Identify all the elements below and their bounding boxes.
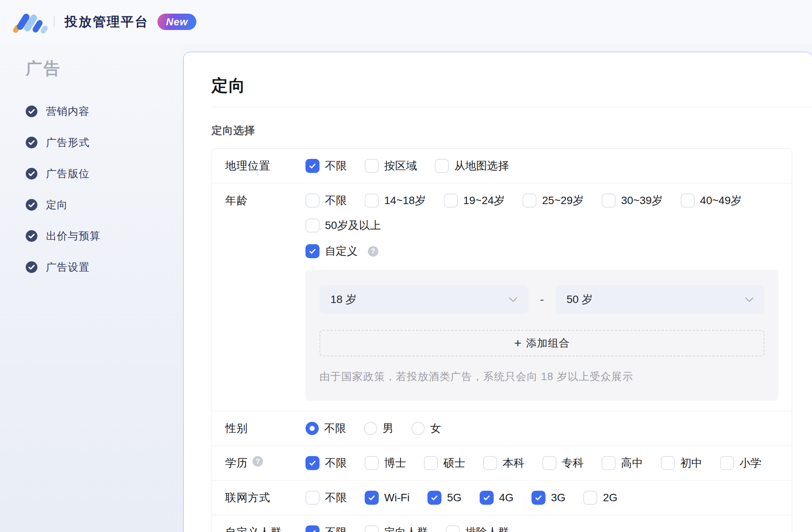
checkbox-control[interactable] [365, 194, 379, 208]
custom-audience-option-2[interactable]: 排除人群 [446, 525, 509, 532]
app-header: 投放管理平台 New [0, 0, 812, 44]
add-combination-button[interactable]: +添加组合 [320, 330, 764, 356]
sidebar-item-ad-settings[interactable]: 广告设置 [0, 252, 183, 283]
checkbox-control[interactable] [365, 491, 379, 505]
help-icon[interactable]: ? [368, 246, 378, 257]
sidebar-item-ad-placement[interactable]: 广告版位 [0, 158, 183, 189]
checkbox-control[interactable] [542, 456, 556, 470]
checkbox-control[interactable] [444, 194, 458, 208]
age-from-select[interactable]: 18 岁 [320, 285, 528, 314]
checkbox-control[interactable] [424, 456, 438, 470]
check-circle-glyph [26, 230, 37, 242]
education-option-5[interactable]: 高中 [602, 456, 643, 470]
range-separator: - [540, 293, 544, 306]
checkbox-control[interactable] [305, 218, 320, 233]
education-option-3[interactable]: 本科 [483, 456, 524, 470]
education-option-2[interactable]: 硕士 [424, 456, 465, 470]
network-option-4[interactable]: 3G [531, 491, 565, 505]
checkbox-control[interactable] [365, 456, 379, 470]
checkbox-control[interactable] [480, 491, 494, 505]
sidebar-item-targeting[interactable]: 定向 [0, 189, 183, 220]
age-option-5[interactable]: 40~49岁 [681, 194, 742, 208]
education-option-0[interactable]: 不限 [305, 456, 347, 470]
option-label: 定向人群 [384, 525, 428, 532]
checkbox-control[interactable] [305, 244, 320, 258]
checkbox-control[interactable] [483, 456, 497, 470]
checkbox-control[interactable] [661, 456, 675, 470]
row-label: 联网方式 [225, 491, 305, 505]
age-option-3[interactable]: 25~29岁 [523, 194, 584, 208]
option-label: 50岁及以上 [325, 218, 381, 233]
education-option-7[interactable]: 小学 [720, 456, 761, 470]
custom-audience-option-1[interactable]: 定向人群 [365, 525, 428, 532]
radio-control[interactable] [411, 422, 425, 435]
radio-control[interactable] [364, 422, 377, 435]
option-label: 自定义 [325, 244, 358, 258]
gender-option-1[interactable]: 男 [364, 421, 394, 435]
age-option-6[interactable]: 50岁及以上 [305, 218, 381, 233]
network-option-0[interactable]: 不限 [305, 491, 347, 505]
checkbox-control[interactable] [720, 456, 734, 470]
network-option-5[interactable]: 2G [583, 491, 617, 505]
radio-control[interactable] [305, 422, 319, 435]
option-label: 5G [447, 491, 461, 505]
network-option-1[interactable]: Wi-Fi [365, 491, 410, 505]
age-option-4[interactable]: 30~39岁 [602, 194, 663, 208]
checkbox-control[interactable] [305, 525, 320, 532]
age-option-2[interactable]: 19~24岁 [444, 194, 505, 208]
option-label: 男 [383, 421, 394, 435]
age-option-0[interactable]: 自定义? [305, 244, 378, 258]
new-badge: New [157, 14, 196, 30]
gender-option-2[interactable]: 女 [411, 421, 441, 435]
gender-option-0[interactable]: 不限 [305, 421, 346, 435]
checkbox-control[interactable] [365, 525, 379, 532]
checkbox-control[interactable] [602, 194, 616, 208]
age-range-row: 18 岁-50 岁 [320, 285, 764, 314]
checkbox-control[interactable] [365, 159, 379, 173]
age-option-1[interactable]: 14~18岁 [365, 194, 426, 208]
checkbox-control[interactable] [583, 491, 597, 505]
geo-option-0[interactable]: 不限 [305, 159, 347, 173]
check-icon [482, 493, 491, 502]
age-option-0[interactable]: 不限 [305, 194, 347, 208]
checkbox-control[interactable] [305, 159, 320, 173]
select-value: 50 岁 [567, 292, 593, 307]
option-label: 不限 [325, 456, 347, 470]
geo-option-1[interactable]: 按区域 [365, 159, 417, 173]
help-icon[interactable]: ? [252, 456, 263, 467]
age-range-panel: 18 岁-50 岁+添加组合由于国家政策，若投放酒类广告，系统只会向 18 岁以… [305, 270, 778, 401]
checkbox-control[interactable] [305, 456, 320, 470]
checkbox-control[interactable] [305, 194, 320, 208]
custom-audience-option-0[interactable]: 不限 [305, 525, 347, 532]
education-option-6[interactable]: 初中 [661, 456, 702, 470]
targeting-form: 地理位置不限按区域从地图选择年龄不限14~18岁19~24岁25~29岁30~3… [212, 148, 792, 532]
checkbox-control[interactable] [435, 159, 449, 173]
checkbox-control[interactable] [531, 491, 545, 505]
education-option-1[interactable]: 博士 [365, 456, 406, 470]
age-option-line-1: 自定义? [305, 244, 778, 258]
check-icon [534, 493, 543, 502]
network-option-2[interactable]: 5G [427, 491, 461, 505]
add-combination-label: 添加组合 [526, 336, 570, 350]
education-option-4[interactable]: 专科 [542, 456, 584, 470]
header-divider [54, 16, 55, 27]
checkbox-control[interactable] [523, 194, 537, 208]
network-option-3[interactable]: 4G [480, 491, 514, 505]
checkbox-control[interactable] [602, 456, 616, 470]
checkbox-control[interactable] [427, 491, 441, 505]
form-row-custom-audience: 自定义人群?不限定向人群排除人群 [212, 515, 792, 532]
age-to-select[interactable]: 50 岁 [556, 285, 764, 314]
checkbox-control[interactable] [681, 194, 695, 208]
option-label: 初中 [680, 456, 702, 470]
checkbox-control[interactable] [446, 525, 460, 532]
checkbox-control[interactable] [305, 491, 320, 505]
row-label-text: 自定义人群 [225, 525, 282, 532]
check-circle-icon [26, 199, 37, 211]
check-icon [308, 162, 317, 170]
sidebar-item-bid-budget[interactable]: 出价与预算 [0, 220, 183, 252]
sidebar-item-ad-format[interactable]: 广告形式 [0, 127, 183, 158]
education-option-line-0: 不限博士硕士本科专科高中初中小学 [305, 456, 778, 470]
form-row-network: 联网方式不限Wi-Fi5G4G3G2G [212, 481, 792, 515]
geo-option-2[interactable]: 从地图选择 [435, 159, 509, 173]
sidebar-item-marketing-content[interactable]: 营销内容 [0, 96, 183, 127]
